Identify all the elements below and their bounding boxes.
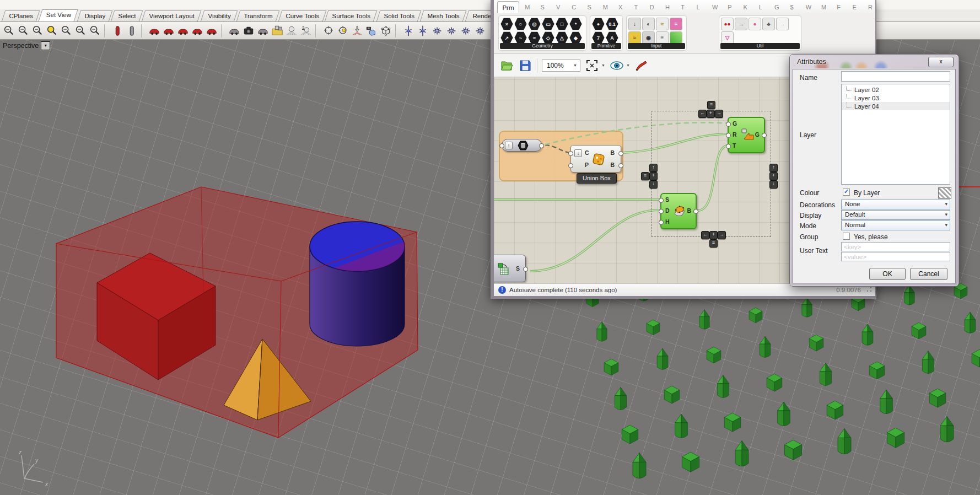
green-turret[interactable] — [675, 414, 688, 438]
layout-folder-icon[interactable] — [270, 24, 284, 38]
gh-tab-t[interactable]: T — [634, 4, 638, 10]
param-output-port[interactable] — [539, 143, 544, 148]
output-port-B2[interactable] — [618, 163, 623, 168]
car-tilted-icon[interactable] — [204, 24, 219, 38]
param-input-port[interactable] — [499, 143, 504, 148]
gh-icon-primitive-1[interactable]: 0.1 — [606, 18, 618, 30]
green-cube[interactable] — [912, 322, 926, 339]
widget-left-button[interactable]: ← — [701, 231, 709, 239]
input-port-C[interactable] — [568, 151, 573, 156]
widget-down-button[interactable]: ↓ — [649, 180, 658, 189]
green-turret[interactable] — [820, 363, 831, 386]
gh-icon-input-0[interactable]: ↓ — [628, 18, 641, 30]
viewport-menu-arrow-icon[interactable]: ▼ — [41, 41, 50, 50]
widget-plus-button[interactable]: + — [707, 110, 715, 118]
output-port-B1[interactable] — [618, 151, 623, 156]
decorations-select[interactable]: None — [841, 200, 950, 209]
green-turret[interactable] — [597, 322, 607, 341]
gh-icon-geometry-6[interactable]: ↗ — [500, 31, 513, 44]
gh-tab-v[interactable]: V — [556, 4, 560, 10]
resize-grip[interactable] — [864, 286, 873, 294]
green-cube[interactable] — [784, 440, 801, 460]
gh-icon-util-4[interactable]: → — [776, 18, 789, 30]
gh-icon-geometry-3[interactable]: ▭ — [542, 18, 554, 30]
chevron-down-icon[interactable]: ▼ — [626, 63, 630, 67]
plane-1-icon[interactable] — [430, 24, 444, 38]
gh-icon-util-1[interactable]: → — [735, 18, 747, 30]
green-cube[interactable] — [604, 359, 618, 375]
gh-tab-r[interactable]: R — [868, 4, 873, 10]
green-cube[interactable] — [887, 428, 904, 448]
gh-tab-f[interactable]: F — [837, 4, 841, 10]
widget-up-button[interactable]: ↑ — [769, 164, 778, 172]
user-text-value-input[interactable] — [841, 252, 950, 261]
gh-icon-geometry-8[interactable]: ≈ — [528, 31, 541, 44]
gh-tab-s[interactable]: S — [588, 4, 591, 10]
by-layer-checkbox[interactable] — [843, 189, 850, 196]
gh-tab-d[interactable]: D — [650, 4, 654, 10]
gh-tab-s[interactable]: S — [541, 4, 545, 10]
green-cube[interactable] — [749, 308, 762, 323]
colour-swatch[interactable] — [938, 187, 951, 199]
green-turret[interactable] — [760, 336, 771, 357]
rhino-tab-solid-tools[interactable]: Solid Tools — [376, 10, 422, 21]
gh-tab-e[interactable]: E — [853, 4, 857, 10]
green-turret[interactable] — [904, 286, 914, 305]
green-cube[interactable] — [682, 452, 699, 472]
input-port-G[interactable] — [726, 122, 731, 127]
gh-tab-t[interactable]: T — [681, 4, 685, 10]
project-to-cplane-icon[interactable] — [350, 24, 364, 38]
box-morph-component[interactable]: G R T G — [728, 117, 765, 153]
green-turret[interactable] — [735, 441, 749, 466]
gh-tab-prm[interactable]: Prm — [497, 1, 519, 13]
chevron-down-icon[interactable]: ▼ — [601, 63, 605, 67]
input-port-P[interactable] — [568, 163, 573, 168]
car-side-1-icon[interactable] — [161, 24, 176, 38]
gh-icon-input-6[interactable]: ≡ — [656, 31, 669, 44]
green-turret[interactable] — [862, 324, 873, 345]
green-cube[interactable] — [767, 374, 782, 391]
car-side-3-icon[interactable] — [190, 24, 204, 38]
rhino-tab-transform[interactable]: Transform — [236, 10, 279, 21]
camera-icon[interactable] — [241, 24, 256, 38]
name-input[interactable] — [841, 71, 950, 82]
crosshair-point-icon[interactable] — [336, 24, 350, 38]
gh-icon-primitive-3[interactable]: A — [606, 31, 618, 44]
widget-up-button[interactable]: ↑ — [649, 164, 658, 172]
green-cube[interactable] — [664, 386, 680, 403]
layer-item[interactable]: Layer 04 — [842, 102, 950, 110]
viewport-label[interactable]: Perspective — [3, 42, 39, 50]
zoom-level-select[interactable]: 100% ▼ — [542, 60, 580, 72]
heli-2-icon[interactable] — [473, 24, 487, 38]
gh-tab-w[interactable]: W — [806, 4, 811, 10]
rhino-tab-cplanes[interactable]: CPlanes — [2, 10, 40, 21]
gh-tab-p[interactable]: P — [728, 4, 731, 10]
green-turret[interactable] — [802, 298, 812, 317]
car-flag-icon[interactable] — [227, 24, 241, 38]
input-port-D[interactable] — [659, 209, 664, 214]
gh-tab-x[interactable]: X — [618, 4, 622, 10]
gh-tab-k[interactable]: K — [744, 4, 747, 10]
input-port-H[interactable] — [659, 220, 664, 225]
rhino-tab-visibility[interactable]: Visibility — [200, 10, 238, 21]
widget-right-button[interactable]: → — [718, 231, 726, 239]
green-turret[interactable] — [633, 453, 646, 478]
widget-right-button[interactable]: → — [715, 110, 723, 118]
zoom-1-1-icon[interactable] — [88, 24, 102, 38]
union-box-component[interactable]: ↓ C P B B — [570, 145, 621, 173]
green-cube[interactable] — [707, 347, 721, 363]
close-button[interactable]: x — [928, 57, 954, 67]
output-port-G[interactable] — [762, 133, 767, 138]
widget-down-button[interactable]: ↓ — [769, 180, 778, 189]
display-select[interactable]: Default — [841, 210, 950, 220]
gh-icon-util-2[interactable]: ● — [749, 18, 761, 30]
widget-plus-button[interactable]: + — [709, 231, 718, 239]
widget-list-button[interactable]: ≡ — [641, 172, 649, 180]
rhino-tab-display[interactable]: Display — [77, 10, 112, 21]
mode-select[interactable]: Normal — [841, 220, 950, 230]
gh-icon-input-1[interactable]: ◐ — [642, 18, 655, 30]
gh-group-label[interactable]: Primitive — [591, 43, 621, 49]
surface-box-component[interactable]: S D H B — [660, 193, 697, 229]
preview-eye-icon[interactable] — [610, 58, 624, 73]
gh-group-label[interactable]: Util — [720, 43, 800, 49]
